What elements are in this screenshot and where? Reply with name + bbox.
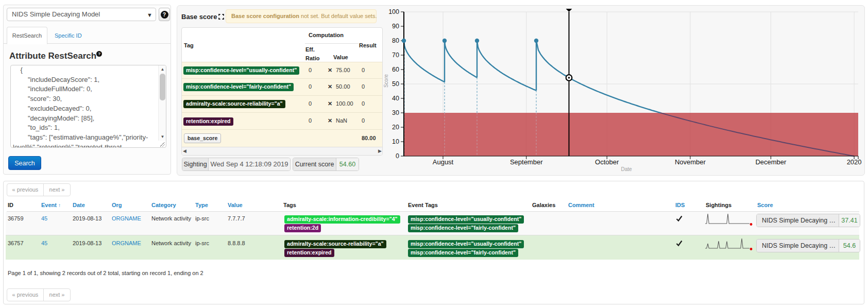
svg-text:30: 30 <box>392 109 399 116</box>
svg-text:2020: 2020 <box>847 158 862 166</box>
svg-text:0: 0 <box>396 152 399 160</box>
svg-text:50: 50 <box>392 80 399 88</box>
svg-text:80: 80 <box>392 37 399 44</box>
svg-text:September: September <box>510 158 543 166</box>
svg-text:20: 20 <box>392 124 399 131</box>
svg-text:October: October <box>595 158 619 166</box>
svg-text:December: December <box>755 158 787 166</box>
svg-text:November: November <box>675 158 706 166</box>
svg-text:100: 100 <box>388 8 399 15</box>
svg-text:Score: Score <box>384 74 389 88</box>
svg-text:70: 70 <box>392 52 399 59</box>
svg-text:10: 10 <box>392 138 399 145</box>
svg-text:40: 40 <box>392 95 399 102</box>
svg-text:90: 90 <box>392 23 399 30</box>
svg-text:August: August <box>433 158 454 166</box>
svg-text:Date: Date <box>621 166 632 172</box>
svg-text:60: 60 <box>392 66 399 73</box>
